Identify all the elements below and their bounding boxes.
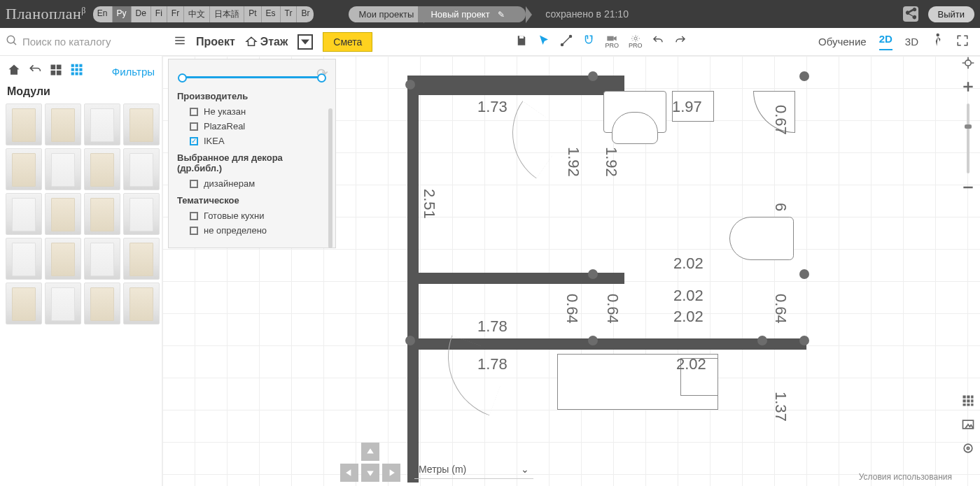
- breadcrumb-current[interactable]: Новый проект ✎: [418, 6, 526, 22]
- save-icon[interactable]: [515, 34, 528, 49]
- lang-fr[interactable]: Fr: [167, 6, 183, 22]
- catalog-item[interactable]: [123, 103, 160, 145]
- filter-opt-plazareal[interactable]: PlazaReal: [177, 119, 327, 134]
- redo-icon[interactable]: [674, 34, 687, 49]
- search-input[interactable]: [22, 36, 148, 48]
- catalog-item[interactable]: [84, 238, 120, 280]
- dim-0-64c: 0.64: [771, 294, 790, 324]
- tab-2d[interactable]: 2D: [879, 33, 892, 50]
- floor-dropdown-icon[interactable]: [298, 34, 313, 50]
- lang-zh[interactable]: 中文: [183, 6, 209, 22]
- fullscreen-icon[interactable]: [956, 34, 969, 49]
- catalog-item[interactable]: [6, 193, 42, 235]
- toolbar-mid: Проект Этаж Смета PRO PRO: [168, 32, 818, 52]
- logout-button[interactable]: Выйти: [928, 6, 975, 22]
- catalog-item[interactable]: [123, 193, 160, 235]
- snapshot-icon[interactable]: [961, 417, 975, 434]
- project-menu[interactable]: Проект: [196, 36, 235, 48]
- zoom-in-icon[interactable]: [961, 80, 975, 97]
- catalog-grid: [4, 103, 158, 324]
- menu-icon[interactable]: [174, 34, 186, 49]
- view-large-icon[interactable]: [49, 63, 63, 80]
- catalog-item[interactable]: [6, 283, 42, 324]
- saved-status: сохранено в 21:10: [545, 8, 629, 20]
- svg-point-33: [967, 447, 969, 449]
- share-icon[interactable]: [903, 6, 918, 22]
- nav-left[interactable]: [340, 464, 358, 482]
- right-tools-bottom: [956, 394, 980, 458]
- catalog-item[interactable]: [123, 283, 160, 324]
- svg-rect-23: [967, 396, 969, 399]
- fixture-wc-bowl[interactable]: [612, 112, 658, 144]
- search-icon[interactable]: [6, 34, 18, 49]
- floor-menu[interactable]: Этаж: [245, 36, 288, 48]
- zoom-out-icon[interactable]: [961, 180, 975, 197]
- home-icon[interactable]: [7, 63, 21, 80]
- brand-beta: β: [81, 6, 86, 15]
- estimate-button[interactable]: Смета: [323, 32, 372, 52]
- lang-pt[interactable]: Pt: [244, 6, 260, 22]
- filter-opt-unspecified[interactable]: Не указан: [177, 104, 327, 119]
- walk-icon[interactable]: [931, 33, 944, 50]
- magnet-icon[interactable]: [582, 34, 595, 49]
- catalog-item[interactable]: [84, 283, 120, 324]
- zoom-slider[interactable]: [967, 103, 969, 173]
- camera-pro-icon[interactable]: PRO: [605, 34, 619, 49]
- undo-icon[interactable]: [652, 34, 664, 49]
- view-grid-icon[interactable]: [70, 63, 84, 80]
- filter-scrollbar[interactable]: [328, 108, 332, 248]
- terms-link[interactable]: Условия использования: [859, 472, 952, 482]
- svg-rect-15: [71, 69, 74, 71]
- catalog-item[interactable]: [84, 103, 120, 145]
- dim-1-78a: 1.78: [477, 317, 507, 336]
- tab-3d[interactable]: 3D: [905, 36, 918, 48]
- tab-training[interactable]: Обучение: [818, 36, 867, 48]
- filter-opt-ikea[interactable]: ✓IKEA: [177, 134, 327, 148]
- grid-toggle-icon[interactable]: [961, 394, 975, 410]
- catalog-item[interactable]: [84, 193, 120, 235]
- light-pro-icon[interactable]: PRO: [629, 34, 643, 49]
- lang-en[interactable]: En: [93, 6, 112, 22]
- nav-down[interactable]: [361, 464, 379, 482]
- units-dropdown[interactable]: Метры (m) ⌄: [414, 459, 533, 479]
- catalog-item[interactable]: [84, 148, 120, 190]
- breadcrumb-projects[interactable]: Мои проекты: [349, 6, 424, 22]
- catalog-item[interactable]: [45, 238, 81, 280]
- lang-de[interactable]: De: [131, 6, 150, 22]
- cursor-icon[interactable]: [538, 34, 550, 49]
- catalog-item[interactable]: [45, 103, 81, 145]
- lang-fi[interactable]: Fi: [150, 6, 167, 22]
- target-icon[interactable]: [961, 56, 975, 73]
- catalog-item[interactable]: [6, 103, 42, 145]
- lang-ja[interactable]: 日本語: [209, 6, 244, 22]
- catalog-item[interactable]: [6, 238, 42, 280]
- toolbar-search: [6, 34, 168, 49]
- catalog-item[interactable]: [45, 283, 81, 324]
- settings2-icon[interactable]: [961, 441, 975, 458]
- dim-1-37: 1.37: [771, 392, 790, 422]
- filter-range-slider[interactable]: [181, 76, 323, 78]
- filter-opt-kitchens[interactable]: Готовые кухни: [177, 208, 327, 223]
- wall-tool-icon[interactable]: [560, 34, 573, 49]
- lang-tr[interactable]: Tr: [280, 6, 297, 22]
- catalog-item[interactable]: [123, 238, 160, 280]
- nav-up[interactable]: [361, 443, 379, 461]
- lang-es[interactable]: Es: [261, 6, 280, 22]
- nav-right[interactable]: [382, 464, 400, 482]
- catalog-item[interactable]: [123, 148, 160, 190]
- filter-opt-undefined[interactable]: не определено: [177, 223, 327, 238]
- svg-rect-13: [76, 64, 78, 67]
- lang-br[interactable]: Br: [296, 6, 314, 22]
- lang-ru[interactable]: Ру: [112, 6, 131, 22]
- svg-point-4: [570, 36, 572, 38]
- catalog-item[interactable]: [6, 148, 42, 190]
- body: Фильтры Модули: [0, 56, 980, 486]
- catalog-item[interactable]: [45, 148, 81, 190]
- edit-icon[interactable]: ✎: [498, 10, 505, 20]
- catalog-item[interactable]: [45, 193, 81, 235]
- svg-rect-18: [71, 72, 74, 75]
- filters-link[interactable]: Фильтры: [112, 66, 155, 78]
- filter-opt-designers[interactable]: дизайнерам: [177, 176, 327, 191]
- fixture-toilet[interactable]: [729, 217, 794, 260]
- back-icon[interactable]: [28, 63, 42, 80]
